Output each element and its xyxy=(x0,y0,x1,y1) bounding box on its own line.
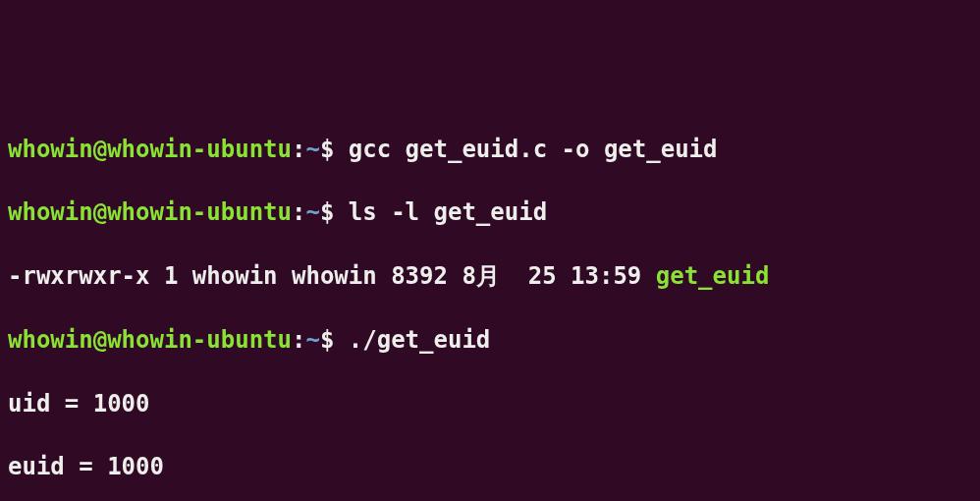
terminal-line-2: whowin@whowin-ubuntu:~$ ls -l get_euid xyxy=(8,196,972,228)
command-ls-1[interactable]: ls -l get_euid xyxy=(334,198,547,226)
prompt-user-host: whowin@whowin-ubuntu xyxy=(8,326,292,354)
prompt-dollar: $ xyxy=(320,136,334,163)
prompt-dollar: $ xyxy=(320,326,334,354)
ls-output-1-prefix: -rwxrwxr-x 1 whowin whowin 8392 8月 25 13… xyxy=(8,262,656,290)
prompt-dollar: $ xyxy=(320,198,334,226)
prompt-colon: : xyxy=(292,136,305,163)
prompt-path: ~ xyxy=(305,198,319,226)
prompt-path: ~ xyxy=(305,326,319,354)
command-gcc[interactable]: gcc get_euid.c -o get_euid xyxy=(334,136,717,163)
prompt-path: ~ xyxy=(305,136,319,163)
terminal-line-6: euid = 1000 xyxy=(8,451,972,482)
prompt-colon: : xyxy=(292,198,305,226)
prompt-user-host: whowin@whowin-ubuntu xyxy=(8,136,292,163)
prompt-user-host: whowin@whowin-ubuntu xyxy=(8,198,292,226)
prompt-colon: : xyxy=(292,326,305,354)
terminal-line-3: -rwxrwxr-x 1 whowin whowin 8392 8月 25 13… xyxy=(8,260,972,292)
terminal-line-5: uid = 1000 xyxy=(8,388,972,419)
output-euid-1: euid = 1000 xyxy=(8,453,164,480)
output-uid-1: uid = 1000 xyxy=(8,390,150,418)
terminal-line-4: whowin@whowin-ubuntu:~$ ./get_euid xyxy=(8,324,972,356)
ls-output-1-file: get_euid xyxy=(656,262,770,290)
terminal-line-1: whowin@whowin-ubuntu:~$ gcc get_euid.c -… xyxy=(8,134,972,165)
command-run-1[interactable]: ./get_euid xyxy=(334,326,490,354)
